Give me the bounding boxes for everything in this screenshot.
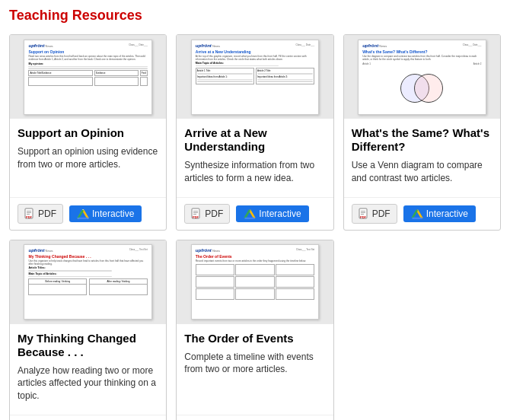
pdf-icon: PDF [191,208,202,220]
bottom-cards-row: upfrönt News Class___ Text Set My Thinki… [9,240,501,420]
card-body: Arrive at a New Understanding Synthesize… [177,119,333,197]
card-body: The Order of Events Complete a timeline … [177,324,333,415]
interactive-button[interactable]: Interactive [236,205,308,222]
card-thumbnail: upfrönt News Class___ Date___ Arrive at … [177,35,333,119]
pdf-label: PDF [205,208,223,219]
card-desc: Synthesize information from two articles… [184,159,325,185]
card-title: What's the Same? What's Different? [352,126,492,154]
top-cards-grid: upfrönt News Class___ Date___ Support on… [9,34,501,231]
svg-text:PDF: PDF [26,215,33,218]
card-desc: Analyze how reading two or more articles… [18,364,158,402]
svg-text:PDF: PDF [360,215,367,218]
card-thinking-changed: upfrönt News Class___ Text Set My Thinki… [9,240,167,420]
card-title: My Thinking Changed Because . . . [18,332,158,359]
interactive-label: Interactive [92,208,134,219]
pdf-icon: PDF [359,208,369,220]
card-actions: PDF PDF Interactive [10,197,166,230]
card-desc: Complete a timeline with events from two… [184,351,325,402]
interactive-button[interactable]: Interactive [403,205,476,222]
card-actions: PDF PDF Interactive [177,197,333,230]
pdf-icon: PDF [24,208,35,220]
pdf-button[interactable]: PDF PDF [184,204,230,224]
card-order-events: upfrönt News Class___ Text Set The Order… [176,240,333,420]
drive-icon [77,208,89,219]
card-thumbnail: upfrönt News Class___ Date___ What's the… [344,35,500,119]
card-desc: Support an opinion using evidence from t… [18,145,158,185]
card-title: Arrive at a New Understanding [184,126,325,154]
card-body: Support an Opinion Support an opinion us… [10,119,166,197]
card-actions: PDF PDF Interactive [177,415,333,420]
card-actions: PDF PDF Interactive [10,415,166,420]
card-body: My Thinking Changed Because . . . Analyz… [10,324,166,415]
interactive-label: Interactive [259,208,301,219]
pdf-label: PDF [38,208,56,219]
card-support-opinion: upfrönt News Class___ Date___ Support on… [9,34,167,231]
interactive-label: Interactive [426,208,468,219]
card-desc: Use a Venn diagram to compare and contra… [352,159,492,185]
card-new-understanding: upfrönt News Class___ Date___ Arrive at … [176,34,333,231]
svg-text:PDF: PDF [193,215,199,218]
card-thumbnail: upfrönt News Class___ Text Set My Thinki… [10,240,166,324]
card-thumbnail: upfrönt News Class___ Text Set The Order… [177,240,333,324]
interactive-button[interactable]: Interactive [69,205,142,222]
pdf-button[interactable]: PDF PDF [352,204,397,224]
pdf-label: PDF [372,208,390,219]
page-title: Teaching Resources [9,8,501,24]
card-thumbnail: upfrönt News Class___ Date___ Support on… [10,35,166,119]
card-actions: PDF PDF Interactive [344,197,500,230]
drive-icon [411,208,423,219]
drive-icon [244,208,256,219]
card-same-different: upfrönt News Class___ Date___ What's the… [343,34,501,231]
card-title: The Order of Events [184,332,325,345]
card-body: What's the Same? What's Different? Use a… [344,119,500,197]
pdf-button[interactable]: PDF PDF [18,204,63,224]
card-title: Support an Opinion [18,126,158,140]
